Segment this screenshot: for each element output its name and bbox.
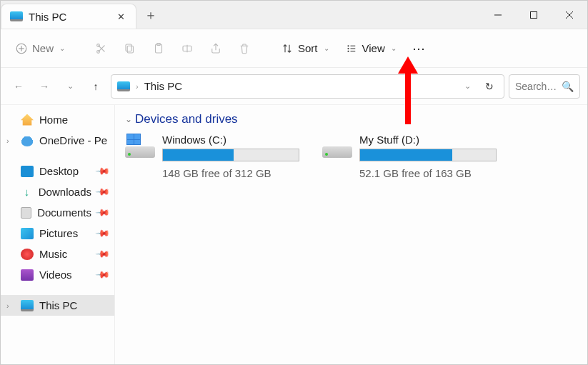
sidebar-item-documents[interactable]: Documents📌 — [1, 202, 114, 223]
plus-circle-icon — [15, 42, 28, 55]
copy-icon — [124, 42, 136, 55]
this-pc-icon — [21, 300, 34, 311]
drive-free-text: 148 GB free of 312 GB — [162, 167, 302, 179]
sidebar-item-this-pc[interactable]: ›This PC — [1, 295, 114, 316]
pictures-icon — [21, 228, 34, 239]
cloud-icon — [21, 135, 34, 146]
svg-point-17 — [347, 47, 349, 49]
view-label: View — [362, 42, 385, 54]
drive-name: Windows (C:) — [162, 134, 302, 146]
cut-button[interactable] — [89, 38, 114, 59]
window-tab[interactable]: This PC ✕ — [1, 4, 136, 29]
more-button[interactable]: ⋯ — [407, 36, 432, 61]
search-placeholder: Search This PC — [515, 81, 557, 92]
cut-icon — [95, 42, 108, 55]
copy-button[interactable] — [118, 38, 142, 59]
back-button[interactable]: ← — [8, 76, 29, 97]
search-icon: 🔍 — [562, 81, 574, 92]
maximize-button[interactable] — [516, 1, 552, 29]
close-button[interactable] — [552, 1, 587, 29]
sidebar-item-onedrive[interactable]: ›OneDrive - Pe — [1, 130, 114, 151]
sidebar-label: Desktop — [39, 165, 79, 177]
downloads-icon: ↓ — [21, 186, 33, 198]
this-pc-icon — [10, 11, 23, 21]
sidebar-item-music[interactable]: Music📌 — [1, 244, 114, 264]
new-button[interactable]: New ⌄ — [9, 38, 71, 59]
sidebar-label: Documents — [37, 206, 91, 219]
window-controls — [480, 1, 587, 29]
minimize-button[interactable] — [480, 1, 516, 29]
sidebar-label: OneDrive - Pe — [39, 134, 107, 146]
sidebar-item-downloads[interactable]: ↓Downloads📌 — [1, 181, 114, 202]
section-header[interactable]: ⌄ Devices and drives — [125, 112, 577, 126]
share-icon — [209, 42, 222, 55]
paste-icon — [152, 42, 165, 55]
sidebar-label: Pictures — [39, 227, 78, 239]
section-title: Devices and drives — [135, 112, 238, 126]
share-button[interactable] — [204, 38, 228, 59]
search-input[interactable]: Search This PC 🔍 — [509, 74, 580, 99]
recent-chevron[interactable]: ⌄ — [59, 76, 81, 97]
address-dropdown-icon[interactable]: ⌄ — [460, 81, 475, 91]
expand-icon[interactable]: › — [6, 136, 9, 145]
sidebar-label: This PC — [39, 299, 77, 311]
sort-label: Sort — [298, 42, 318, 54]
rename-button[interactable] — [175, 38, 199, 59]
pin-icon: 📌 — [95, 246, 111, 262]
drive-usage-bar — [162, 149, 299, 161]
sidebar-label: Downloads — [39, 186, 91, 198]
drives-list: Windows (C:) 148 GB free of 312 GB My St… — [125, 134, 577, 179]
up-button[interactable]: ↑ — [85, 76, 106, 97]
pin-icon: 📌 — [95, 226, 111, 241]
this-pc-icon — [117, 81, 130, 91]
refresh-button[interactable]: ↻ — [481, 81, 498, 92]
drive-item[interactable]: Windows (C:) 148 GB free of 312 GB — [125, 134, 302, 179]
view-button[interactable]: View ⌄ — [339, 38, 402, 59]
drive-usage-bar — [359, 149, 497, 161]
documents-icon — [21, 207, 31, 219]
nav-row: ← → ⌄ ↑ › This PC ⌄ ↻ Search This PC 🔍 — [1, 68, 587, 105]
forward-button[interactable]: → — [34, 76, 55, 97]
sidebar-label: Videos — [39, 269, 72, 281]
expand-icon[interactable]: › — [6, 301, 9, 310]
address-text: This PC — [144, 80, 182, 92]
sort-button[interactable]: Sort ⌄ — [275, 38, 335, 59]
new-tab-button[interactable]: ＋ — [136, 1, 165, 29]
sidebar-label: Music — [39, 248, 67, 260]
rename-icon — [181, 42, 194, 55]
svg-rect-9 — [127, 46, 133, 53]
drive-item[interactable]: My Stuff (D:) 52.1 GB free of 163 GB — [322, 134, 499, 179]
chevron-down-icon: ⌄ — [324, 44, 329, 52]
svg-point-15 — [347, 45, 349, 46]
music-icon — [21, 249, 34, 260]
svg-rect-1 — [531, 11, 537, 18]
close-tab-icon[interactable]: ✕ — [116, 11, 126, 21]
collapse-icon: ⌄ — [125, 114, 132, 124]
pin-icon: 📌 — [95, 184, 111, 200]
delete-button[interactable] — [232, 38, 256, 59]
content-area: ⌄ Devices and drives Windows (C:) 148 GB… — [115, 105, 587, 365]
view-icon — [345, 42, 358, 55]
breadcrumb-chevron-icon: › — [136, 82, 139, 91]
drive-icon — [125, 134, 155, 158]
pin-icon: 📌 — [95, 267, 111, 283]
home-icon — [21, 114, 34, 126]
trash-icon — [238, 42, 251, 55]
svg-rect-10 — [126, 44, 131, 51]
sidebar: Home ›OneDrive - Pe Desktop📌 ↓Downloads📌… — [1, 105, 115, 365]
toolbar: New ⌄ Sort ⌄ View ⌄ ⋯ — [1, 29, 587, 68]
drive-name: My Stuff (D:) — [359, 134, 499, 146]
sidebar-item-home[interactable]: Home — [1, 109, 114, 130]
new-label: New — [32, 42, 54, 54]
sidebar-item-videos[interactable]: Videos📌 — [1, 264, 114, 285]
sidebar-item-pictures[interactable]: Pictures📌 — [1, 223, 114, 244]
paste-button[interactable] — [146, 38, 171, 59]
sidebar-item-desktop[interactable]: Desktop📌 — [1, 161, 114, 181]
videos-icon — [21, 269, 34, 281]
titlebar: This PC ✕ ＋ — [1, 1, 587, 29]
sidebar-label: Home — [39, 114, 68, 126]
svg-point-19 — [347, 50, 349, 51]
drive-icon — [322, 134, 352, 158]
address-bar[interactable]: › This PC ⌄ ↻ — [111, 74, 504, 99]
sort-icon — [281, 42, 294, 55]
